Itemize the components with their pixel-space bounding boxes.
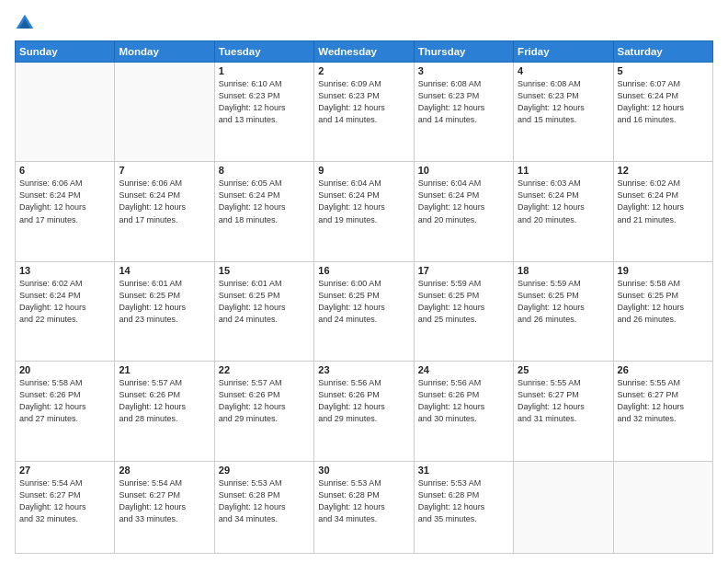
calendar-cell: 3Sunrise: 6:08 AM Sunset: 6:23 PM Daylig… [414, 63, 513, 162]
day-info: Sunrise: 6:06 AM Sunset: 6:24 PM Dayligh… [119, 178, 210, 225]
calendar-cell: 20Sunrise: 5:58 AM Sunset: 6:26 PM Dayli… [16, 362, 115, 461]
day-info: Sunrise: 6:04 AM Sunset: 6:24 PM Dayligh… [418, 178, 509, 225]
day-number: 24 [418, 364, 509, 375]
day-info: Sunrise: 5:56 AM Sunset: 6:26 PM Dayligh… [318, 377, 409, 425]
calendar: SundayMondayTuesdayWednesdayThursdayFrid… [15, 40, 713, 554]
calendar-cell: 4Sunrise: 6:08 AM Sunset: 6:23 PM Daylig… [514, 63, 613, 162]
calendar-cell: 28Sunrise: 5:54 AM Sunset: 6:27 PM Dayli… [115, 461, 214, 554]
day-number: 23 [318, 364, 409, 375]
day-number: 20 [19, 364, 110, 375]
day-info: Sunrise: 6:02 AM Sunset: 6:24 PM Dayligh… [19, 278, 110, 326]
day-info: Sunrise: 5:53 AM Sunset: 6:28 PM Dayligh… [219, 477, 310, 525]
day-number: 16 [318, 265, 409, 276]
day-info: Sunrise: 6:08 AM Sunset: 6:23 PM Dayligh… [418, 78, 509, 126]
calendar-cell: 7Sunrise: 6:06 AM Sunset: 6:24 PM Daylig… [115, 162, 214, 261]
calendar-cell: 19Sunrise: 5:58 AM Sunset: 6:25 PM Dayli… [613, 261, 712, 361]
day-number: 31 [418, 465, 509, 476]
calendar-cell: 5Sunrise: 6:07 AM Sunset: 6:24 PM Daylig… [613, 63, 712, 162]
day-info: Sunrise: 6:09 AM Sunset: 6:23 PM Dayligh… [318, 78, 409, 126]
day-number: 11 [518, 165, 609, 176]
day-info: Sunrise: 5:55 AM Sunset: 6:27 PM Dayligh… [618, 377, 709, 425]
calendar-cell [514, 461, 613, 554]
day-info: Sunrise: 6:06 AM Sunset: 6:24 PM Dayligh… [19, 178, 110, 225]
day-number: 14 [119, 265, 210, 276]
calendar-cell: 30Sunrise: 5:53 AM Sunset: 6:28 PM Dayli… [314, 461, 414, 554]
day-number: 28 [119, 465, 210, 476]
weekday-header: Wednesday [314, 41, 414, 63]
weekday-header: Tuesday [214, 41, 313, 63]
calendar-cell [613, 461, 712, 554]
calendar-cell: 22Sunrise: 5:57 AM Sunset: 6:26 PM Dayli… [214, 362, 313, 461]
calendar-cell: 1Sunrise: 6:10 AM Sunset: 6:23 PM Daylig… [214, 63, 313, 162]
day-number: 15 [219, 265, 310, 276]
calendar-week-row: 27Sunrise: 5:54 AM Sunset: 6:27 PM Dayli… [16, 461, 713, 554]
day-number: 6 [19, 165, 110, 176]
weekday-header: Saturday [613, 41, 712, 63]
day-number: 7 [119, 165, 210, 176]
day-number: 10 [418, 165, 509, 176]
calendar-cell: 9Sunrise: 6:04 AM Sunset: 6:24 PM Daylig… [314, 162, 414, 261]
weekday-header: Friday [514, 41, 613, 63]
day-number: 22 [219, 364, 310, 375]
day-info: Sunrise: 5:59 AM Sunset: 6:25 PM Dayligh… [518, 278, 609, 326]
calendar-cell: 15Sunrise: 6:01 AM Sunset: 6:25 PM Dayli… [214, 261, 313, 361]
weekday-header: Monday [115, 41, 214, 63]
calendar-cell: 6Sunrise: 6:06 AM Sunset: 6:24 PM Daylig… [16, 162, 115, 261]
day-number: 26 [618, 364, 709, 375]
calendar-cell: 8Sunrise: 6:05 AM Sunset: 6:24 PM Daylig… [214, 162, 313, 261]
day-info: Sunrise: 5:56 AM Sunset: 6:26 PM Dayligh… [418, 377, 509, 425]
day-info: Sunrise: 5:57 AM Sunset: 6:26 PM Dayligh… [219, 377, 310, 425]
header [15, 13, 713, 33]
day-info: Sunrise: 5:54 AM Sunset: 6:27 PM Dayligh… [19, 477, 110, 525]
calendar-cell: 24Sunrise: 5:56 AM Sunset: 6:26 PM Dayli… [414, 362, 513, 461]
day-number: 30 [318, 465, 409, 476]
calendar-cell: 11Sunrise: 6:03 AM Sunset: 6:24 PM Dayli… [514, 162, 613, 261]
page: SundayMondayTuesdayWednesdayThursdayFrid… [0, 0, 728, 563]
day-number: 3 [418, 65, 509, 76]
calendar-cell: 16Sunrise: 6:00 AM Sunset: 6:25 PM Dayli… [314, 261, 414, 361]
day-number: 27 [19, 465, 110, 476]
day-number: 18 [518, 265, 609, 276]
day-number: 13 [19, 265, 110, 276]
day-info: Sunrise: 6:03 AM Sunset: 6:24 PM Dayligh… [518, 178, 609, 225]
day-info: Sunrise: 6:01 AM Sunset: 6:25 PM Dayligh… [119, 278, 210, 326]
calendar-cell: 10Sunrise: 6:04 AM Sunset: 6:24 PM Dayli… [414, 162, 513, 261]
calendar-cell: 25Sunrise: 5:55 AM Sunset: 6:27 PM Dayli… [514, 362, 613, 461]
calendar-cell: 26Sunrise: 5:55 AM Sunset: 6:27 PM Dayli… [613, 362, 712, 461]
calendar-cell: 31Sunrise: 5:53 AM Sunset: 6:28 PM Dayli… [414, 461, 513, 554]
calendar-week-row: 13Sunrise: 6:02 AM Sunset: 6:24 PM Dayli… [16, 261, 713, 361]
day-info: Sunrise: 6:02 AM Sunset: 6:24 PM Dayligh… [618, 178, 709, 225]
day-number: 9 [318, 165, 409, 176]
weekday-header: Thursday [414, 41, 513, 63]
logo [15, 13, 39, 33]
calendar-cell: 17Sunrise: 5:59 AM Sunset: 6:25 PM Dayli… [414, 261, 513, 361]
day-info: Sunrise: 6:08 AM Sunset: 6:23 PM Dayligh… [518, 78, 609, 126]
calendar-cell: 21Sunrise: 5:57 AM Sunset: 6:26 PM Dayli… [115, 362, 214, 461]
day-info: Sunrise: 6:05 AM Sunset: 6:24 PM Dayligh… [219, 178, 310, 225]
day-info: Sunrise: 6:07 AM Sunset: 6:24 PM Dayligh… [618, 78, 709, 126]
day-info: Sunrise: 5:58 AM Sunset: 6:25 PM Dayligh… [618, 278, 709, 326]
day-info: Sunrise: 6:01 AM Sunset: 6:25 PM Dayligh… [219, 278, 310, 326]
calendar-cell: 27Sunrise: 5:54 AM Sunset: 6:27 PM Dayli… [16, 461, 115, 554]
calendar-week-row: 1Sunrise: 6:10 AM Sunset: 6:23 PM Daylig… [16, 63, 713, 162]
calendar-cell: 14Sunrise: 6:01 AM Sunset: 6:25 PM Dayli… [115, 261, 214, 361]
logo-icon [15, 13, 35, 33]
calendar-cell: 23Sunrise: 5:56 AM Sunset: 6:26 PM Dayli… [314, 362, 414, 461]
weekday-header: Sunday [16, 41, 115, 63]
day-number: 2 [318, 65, 409, 76]
day-number: 19 [618, 265, 709, 276]
day-info: Sunrise: 5:54 AM Sunset: 6:27 PM Dayligh… [119, 477, 210, 525]
calendar-week-row: 6Sunrise: 6:06 AM Sunset: 6:24 PM Daylig… [16, 162, 713, 261]
day-info: Sunrise: 5:53 AM Sunset: 6:28 PM Dayligh… [318, 477, 409, 525]
calendar-cell: 29Sunrise: 5:53 AM Sunset: 6:28 PM Dayli… [214, 461, 313, 554]
day-info: Sunrise: 5:55 AM Sunset: 6:27 PM Dayligh… [518, 377, 609, 425]
calendar-cell: 18Sunrise: 5:59 AM Sunset: 6:25 PM Dayli… [514, 261, 613, 361]
day-number: 21 [119, 364, 210, 375]
day-number: 29 [219, 465, 310, 476]
day-info: Sunrise: 5:53 AM Sunset: 6:28 PM Dayligh… [418, 477, 509, 525]
day-info: Sunrise: 6:04 AM Sunset: 6:24 PM Dayligh… [318, 178, 409, 225]
day-number: 4 [518, 65, 609, 76]
calendar-cell: 2Sunrise: 6:09 AM Sunset: 6:23 PM Daylig… [314, 63, 414, 162]
day-number: 12 [618, 165, 709, 176]
day-number: 25 [518, 364, 609, 375]
